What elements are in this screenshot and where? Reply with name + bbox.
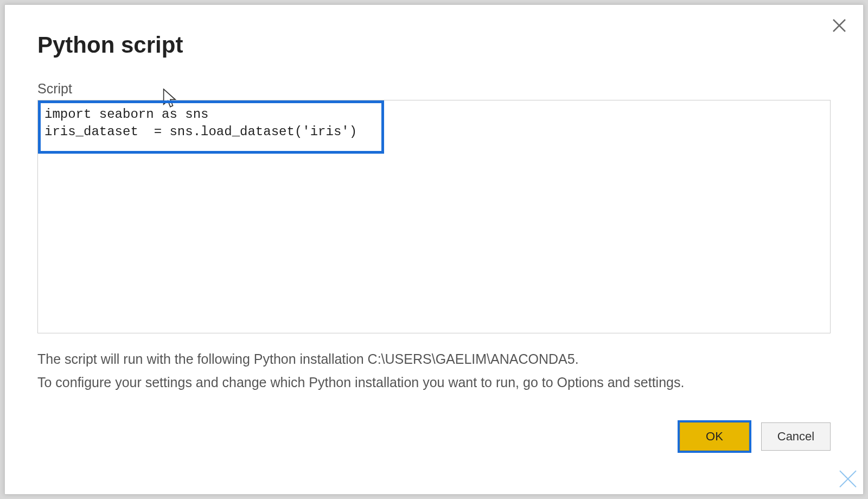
helper-text-line1: The script will run with the following P… — [37, 348, 831, 371]
script-input[interactable] — [44, 106, 824, 327]
cancel-button[interactable]: Cancel — [761, 422, 831, 451]
python-script-dialog: Python script Script The script will run… — [4, 4, 864, 495]
dialog-backdrop: Python script Script The script will run… — [0, 0, 868, 499]
close-icon[interactable] — [831, 17, 848, 34]
script-field-label: Script — [37, 81, 831, 97]
dialog-title: Python script — [37, 32, 831, 58]
script-input-container — [37, 100, 831, 333]
helper-text-line2: To configure your settings and change wh… — [37, 371, 831, 394]
dna-watermark-icon — [837, 468, 859, 490]
ok-button[interactable]: OK — [680, 422, 749, 451]
helper-text-block: The script will run with the following P… — [37, 348, 831, 394]
dialog-button-row: OK Cancel — [680, 422, 831, 451]
